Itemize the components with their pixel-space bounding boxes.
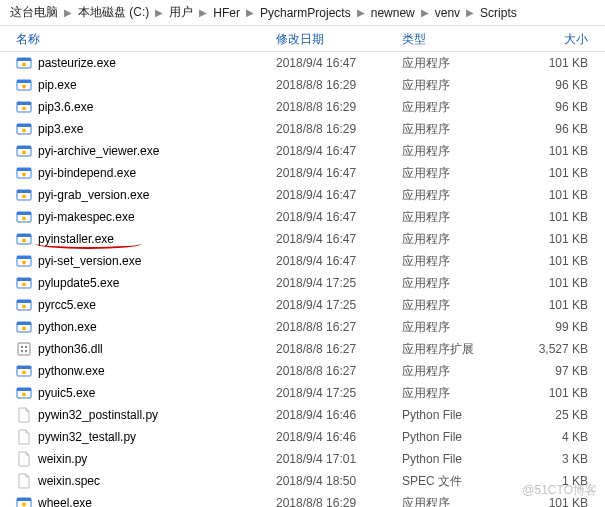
file-type: 应用程序 xyxy=(402,99,522,116)
svg-rect-39 xyxy=(18,343,30,355)
file-date: 2018/9/4 16:47 xyxy=(276,232,402,246)
exe-icon xyxy=(16,121,32,137)
file-row[interactable]: pythonw.exe2018/8/8 16:27应用程序97 KB xyxy=(0,360,605,382)
file-row[interactable]: pyinstaller.exe2018/9/4 16:47应用程序101 KB xyxy=(0,228,605,250)
column-header-name[interactable]: 名称 xyxy=(16,31,276,48)
file-name: pip3.exe xyxy=(38,122,276,136)
file-type: 应用程序 xyxy=(402,209,522,226)
breadcrumb-item[interactable]: 用户 xyxy=(165,2,197,23)
file-row[interactable]: pyuic5.exe2018/9/4 17:25应用程序101 KB xyxy=(0,382,605,404)
file-row[interactable]: pip3.exe2018/8/8 16:29应用程序96 KB xyxy=(0,118,605,140)
breadcrumb-item[interactable]: venv xyxy=(431,4,464,22)
svg-point-2 xyxy=(22,63,26,67)
svg-rect-45 xyxy=(17,366,31,369)
svg-rect-4 xyxy=(17,80,31,83)
file-row[interactable]: pasteurize.exe2018/9/4 16:47应用程序101 KB xyxy=(0,52,605,74)
file-size: 97 KB xyxy=(522,364,598,378)
column-header-size[interactable]: 大小 xyxy=(522,31,598,48)
file-row[interactable]: python.exe2018/8/8 16:27应用程序99 KB xyxy=(0,316,605,338)
svg-point-38 xyxy=(22,327,26,331)
file-type: SPEC 文件 xyxy=(402,473,522,490)
breadcrumb-item[interactable]: newnew xyxy=(367,4,419,22)
file-date: 2018/9/4 16:47 xyxy=(276,254,402,268)
svg-rect-13 xyxy=(17,146,31,149)
svg-rect-34 xyxy=(17,300,31,303)
file-row[interactable]: pywin32_postinstall.py2018/9/4 16:46Pyth… xyxy=(0,404,605,426)
breadcrumb-item[interactable]: Scripts xyxy=(476,4,521,22)
column-header-type[interactable]: 类型 xyxy=(402,31,522,48)
file-name: pyi-grab_version.exe xyxy=(38,188,276,202)
file-name: pyinstaller.exe xyxy=(38,232,276,246)
breadcrumb-item[interactable]: 本地磁盘 (C:) xyxy=(74,2,153,23)
breadcrumb-item[interactable]: 这台电脑 xyxy=(6,2,62,23)
file-size: 1 KB xyxy=(522,474,598,488)
file-type: Python File xyxy=(402,430,522,444)
file-row[interactable]: pylupdate5.exe2018/9/4 17:25应用程序101 KB xyxy=(0,272,605,294)
file-type: 应用程序 xyxy=(402,143,522,160)
file-row[interactable]: python36.dll2018/8/8 16:27应用程序扩展3,527 KB xyxy=(0,338,605,360)
file-row[interactable]: pip3.6.exe2018/8/8 16:29应用程序96 KB xyxy=(0,96,605,118)
file-date: 2018/8/8 16:27 xyxy=(276,364,402,378)
exe-icon xyxy=(16,385,32,401)
file-name: pyrcc5.exe xyxy=(38,298,276,312)
file-size: 101 KB xyxy=(522,56,598,70)
svg-point-41 xyxy=(25,346,27,348)
exe-icon xyxy=(16,319,32,335)
dll-icon xyxy=(16,341,32,357)
breadcrumb-item[interactable]: HFer xyxy=(209,4,244,22)
file-size: 101 KB xyxy=(522,210,598,224)
file-type: 应用程序 xyxy=(402,495,522,508)
svg-point-11 xyxy=(22,129,26,133)
file-name: pywin32_postinstall.py xyxy=(38,408,276,422)
chevron-right-icon: ▶ xyxy=(244,7,256,18)
file-size: 101 KB xyxy=(522,276,598,290)
file-row[interactable]: pip.exe2018/8/8 16:29应用程序96 KB xyxy=(0,74,605,96)
file-name: pywin32_testall.py xyxy=(38,430,276,444)
file-row[interactable]: pyi-makespec.exe2018/9/4 16:47应用程序101 KB xyxy=(0,206,605,228)
svg-rect-16 xyxy=(17,168,31,171)
svg-rect-28 xyxy=(17,256,31,259)
file-row[interactable]: pyi-bindepend.exe2018/9/4 16:47应用程序101 K… xyxy=(0,162,605,184)
breadcrumb-item[interactable]: PycharmProjects xyxy=(256,4,355,22)
svg-point-5 xyxy=(22,85,26,89)
exe-icon xyxy=(16,363,32,379)
breadcrumb: 这台电脑▶本地磁盘 (C:)▶用户▶HFer▶PycharmProjects▶n… xyxy=(0,0,605,26)
file-name: pasteurize.exe xyxy=(38,56,276,70)
svg-point-29 xyxy=(22,261,26,265)
svg-rect-1 xyxy=(17,58,31,61)
svg-point-46 xyxy=(22,371,26,375)
file-name: pythonw.exe xyxy=(38,364,276,378)
file-size: 99 KB xyxy=(522,320,598,334)
column-header-date[interactable]: 修改日期 xyxy=(276,31,402,48)
file-size: 3,527 KB xyxy=(522,342,598,356)
file-row[interactable]: pyi-archive_viewer.exe2018/9/4 16:47应用程序… xyxy=(0,140,605,162)
file-name: pyi-set_version.exe xyxy=(38,254,276,268)
svg-rect-22 xyxy=(17,212,31,215)
file-name: python36.dll xyxy=(38,342,276,356)
file-date: 2018/9/4 16:47 xyxy=(276,56,402,70)
file-row[interactable]: wheel.exe2018/8/8 16:29应用程序101 KB xyxy=(0,492,605,507)
file-size: 25 KB xyxy=(522,408,598,422)
file-size: 96 KB xyxy=(522,78,598,92)
file-size: 101 KB xyxy=(522,386,598,400)
file-date: 2018/9/4 16:47 xyxy=(276,188,402,202)
file-name: pyi-archive_viewer.exe xyxy=(38,144,276,158)
exe-icon xyxy=(16,231,32,247)
file-type: 应用程序 xyxy=(402,77,522,94)
file-date: 2018/9/4 17:25 xyxy=(276,298,402,312)
file-row[interactable]: pyi-grab_version.exe2018/9/4 16:47应用程序10… xyxy=(0,184,605,206)
svg-rect-51 xyxy=(17,498,31,501)
file-row[interactable]: weixin.spec2018/9/4 18:50SPEC 文件1 KB xyxy=(0,470,605,492)
file-date: 2018/9/4 16:46 xyxy=(276,408,402,422)
file-row[interactable]: pyrcc5.exe2018/9/4 17:25应用程序101 KB xyxy=(0,294,605,316)
file-date: 2018/8/8 16:29 xyxy=(276,78,402,92)
file-date: 2018/8/8 16:29 xyxy=(276,122,402,136)
exe-icon xyxy=(16,165,32,181)
file-row[interactable]: pyi-set_version.exe2018/9/4 16:47应用程序101… xyxy=(0,250,605,272)
file-date: 2018/9/4 16:47 xyxy=(276,166,402,180)
file-type: 应用程序 xyxy=(402,55,522,72)
file-row[interactable]: pywin32_testall.py2018/9/4 16:46Python F… xyxy=(0,426,605,448)
svg-point-49 xyxy=(22,393,26,397)
svg-point-40 xyxy=(21,346,23,348)
file-row[interactable]: weixin.py2018/9/4 17:01Python File3 KB xyxy=(0,448,605,470)
